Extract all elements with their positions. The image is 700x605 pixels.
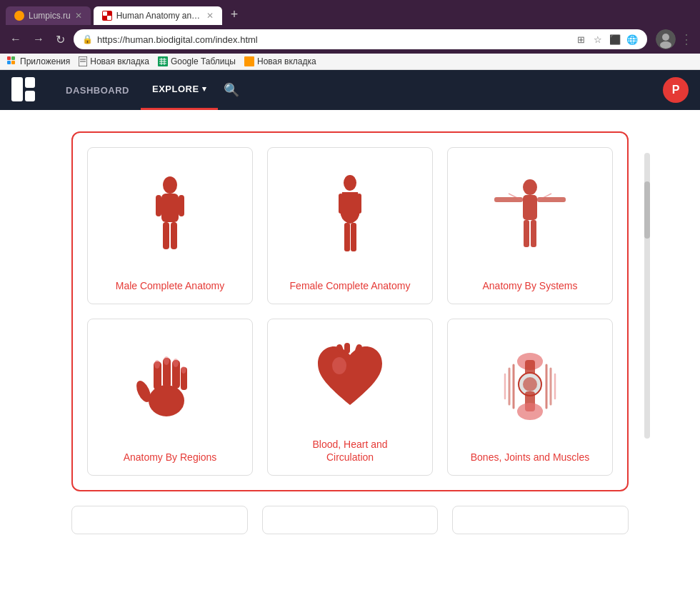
app-logo xyxy=(11,77,37,103)
svg-point-46 xyxy=(173,359,179,367)
partial-card-3[interactable] xyxy=(452,506,629,534)
address-text: https://human.biodigital.com/index.html xyxy=(97,34,570,45)
heart-anatomy-icon xyxy=(314,341,386,419)
svg-point-19 xyxy=(163,176,177,194)
svg-rect-34 xyxy=(524,220,529,247)
card-anatomy-regions[interactable]: Anatomy By Regions xyxy=(87,319,253,476)
dashboard-nav-link[interactable]: DASHBOARD xyxy=(54,70,141,110)
bookmark-apps-label: Приложения xyxy=(20,56,70,66)
svg-point-4 xyxy=(660,41,671,49)
svg-point-57 xyxy=(517,403,543,420)
svg-rect-21 xyxy=(156,195,161,216)
apps-grid-icon xyxy=(7,56,17,66)
bookmark-newtab1-label: Новая вкладка xyxy=(90,56,149,66)
card-male-anatomy[interactable]: Male Complete Anatomy xyxy=(87,147,253,304)
address-bar[interactable]: 🔒 https://human.biodigital.com/index.htm… xyxy=(74,29,647,49)
male-anatomy-icon xyxy=(141,172,199,258)
svg-rect-28 xyxy=(344,223,350,251)
logo-icon xyxy=(11,77,37,103)
address-actions: ⊞ ☆ ⬛ 🌐 xyxy=(574,33,639,46)
svg-rect-20 xyxy=(161,194,179,222)
tab-biodigital-close[interactable]: ✕ xyxy=(206,11,214,21)
card-male-label: Male Complete Anatomy xyxy=(116,279,225,292)
card-anatomy-systems[interactable]: Anatomy By Systems xyxy=(447,147,613,304)
svg-rect-27 xyxy=(357,194,361,214)
main-content: Male Complete Anatomy Female Complete A xyxy=(0,110,700,605)
bookmark-newtab2-label: Новая вкладка xyxy=(257,56,316,66)
svg-rect-22 xyxy=(179,195,184,216)
biodigital-favicon xyxy=(102,11,112,21)
refresh-button[interactable]: ↻ xyxy=(53,31,68,48)
svg-rect-1 xyxy=(107,16,111,20)
tab-biodigital[interactable]: Human Anatomy and Disease in... ✕ xyxy=(94,6,222,25)
partial-card-2[interactable] xyxy=(262,506,439,534)
menu-dots-icon[interactable]: ⋮ xyxy=(680,33,693,46)
bookmark-apps[interactable]: Приложения xyxy=(7,56,70,66)
bookmark-sheets-label: Google Таблицы xyxy=(171,56,236,66)
bookmark-sheets[interactable]: Google Таблицы xyxy=(158,56,236,66)
svg-rect-8 xyxy=(11,61,15,64)
bones-anatomy-icon xyxy=(498,347,562,426)
card-heart-label: Blood, Heart and Circulation xyxy=(312,438,387,464)
star-icon[interactable]: ☆ xyxy=(591,33,604,46)
card-female-anatomy[interactable]: Female Complete Anatomy xyxy=(267,147,433,304)
card-female-label: Female Complete Anatomy xyxy=(290,279,411,292)
bookmarks-bar: Приложения Новая вкладка Google Таблицы … xyxy=(0,54,700,70)
user-avatar[interactable]: P xyxy=(663,77,689,103)
svg-point-47 xyxy=(181,366,186,374)
svg-point-30 xyxy=(523,179,537,195)
card-regions-image xyxy=(131,334,209,439)
svg-rect-23 xyxy=(163,222,169,249)
new-tab-button[interactable]: + xyxy=(225,4,244,25)
systems-anatomy-icon xyxy=(487,176,573,254)
card-systems-image xyxy=(487,162,573,268)
svg-rect-5 xyxy=(7,56,11,60)
page-icon xyxy=(79,56,87,66)
female-anatomy-icon xyxy=(325,172,375,258)
svg-rect-24 xyxy=(171,222,177,249)
svg-rect-0 xyxy=(103,11,107,16)
bookmark-newtab1[interactable]: Новая вкладка xyxy=(79,56,149,66)
explore-label: EXPLORE xyxy=(152,84,199,94)
nav-links: DASHBOARD EXPLORE ▾ 🔍 xyxy=(54,70,239,110)
svg-point-55 xyxy=(523,377,537,391)
anatomy-grid: Male Complete Anatomy Female Complete A xyxy=(71,131,629,491)
tab-lumpics-close[interactable]: ✕ xyxy=(75,11,82,21)
search-nav-icon[interactable]: 🔍 xyxy=(224,82,239,98)
card-bones-image xyxy=(498,334,562,439)
forward-button[interactable]: → xyxy=(30,31,47,47)
svg-rect-33 xyxy=(537,197,566,202)
adblock-icon[interactable]: ⬛ xyxy=(609,33,621,46)
svg-point-3 xyxy=(662,34,669,41)
card-bones-joints[interactable]: Bones, Joints and Muscles xyxy=(447,319,613,476)
card-bones-label: Bones, Joints and Muscles xyxy=(471,451,590,464)
tab-lumpics[interactable]: Lumpics.ru ✕ xyxy=(6,6,91,25)
card-female-image xyxy=(325,162,375,268)
explore-chevron-icon: ▾ xyxy=(202,84,207,94)
card-heart-image xyxy=(314,334,386,426)
svg-rect-35 xyxy=(531,220,536,247)
profile-icon[interactable] xyxy=(656,29,676,49)
explore-nav-link[interactable]: EXPLORE ▾ xyxy=(141,70,218,110)
app-nav: DASHBOARD EXPLORE ▾ 🔍 P xyxy=(0,70,700,110)
lumpics-favicon xyxy=(14,11,24,21)
svg-rect-48 xyxy=(344,343,350,354)
browser-chrome: Lumpics.ru ✕ Human Anatomy and Disease i… xyxy=(0,0,700,70)
tab-biodigital-title: Human Anatomy and Disease in... xyxy=(116,11,202,21)
translate-icon[interactable]: ⊞ xyxy=(574,33,587,46)
svg-point-25 xyxy=(344,175,356,191)
address-bar-row: ← → ↻ 🔒 https://human.biodigital.com/ind… xyxy=(0,25,700,54)
globe-icon[interactable]: 🌐 xyxy=(626,33,639,46)
svg-rect-31 xyxy=(523,195,537,220)
back-button[interactable]: ← xyxy=(7,31,24,47)
bookmark-newtab2[interactable]: Новая вкладка xyxy=(244,56,316,66)
scroll-thumb[interactable] xyxy=(644,181,650,239)
svg-rect-32 xyxy=(494,197,523,202)
svg-rect-6 xyxy=(11,56,15,60)
scroll-track[interactable] xyxy=(644,153,650,439)
tab-bar: Lumpics.ru ✕ Human Anatomy and Disease i… xyxy=(0,0,700,25)
partial-card-1[interactable] xyxy=(71,506,248,534)
card-blood-heart[interactable]: Blood, Heart and Circulation xyxy=(267,319,433,476)
card-male-image xyxy=(141,162,199,268)
svg-point-44 xyxy=(154,360,160,369)
